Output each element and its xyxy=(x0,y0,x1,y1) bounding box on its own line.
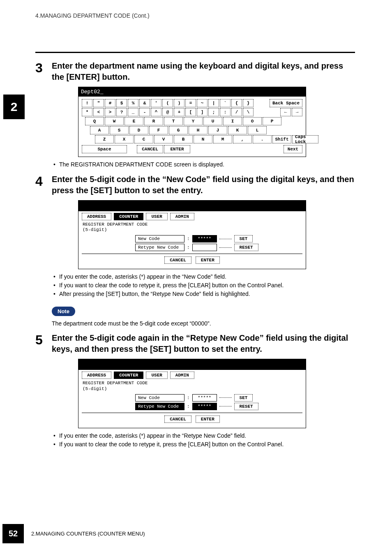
key-j[interactable]: J xyxy=(208,126,227,134)
key-caret[interactable]: ^ xyxy=(151,108,161,116)
key-und[interactable]: _ xyxy=(128,108,138,116)
key-x[interactable]: X xyxy=(115,135,134,143)
cancel-button[interactable]: CANCEL xyxy=(164,416,191,423)
set-button[interactable]: SET xyxy=(234,235,253,242)
key-c[interactable]: C xyxy=(134,135,153,143)
reset-button[interactable]: RESET xyxy=(234,244,258,251)
key-dollar[interactable]: $ xyxy=(116,99,127,107)
key-semi[interactable]: ; xyxy=(208,108,219,116)
key-period[interactable]: . xyxy=(253,135,272,143)
enter-button[interactable]: ENTER xyxy=(196,256,220,264)
key-lt[interactable]: < xyxy=(93,108,104,116)
key-e[interactable]: E xyxy=(125,117,143,125)
key-u[interactable]: U xyxy=(203,117,222,125)
key-amp[interactable]: & xyxy=(139,99,150,107)
key-rbrace[interactable]: } xyxy=(243,99,254,107)
key-lbrack[interactable]: [ xyxy=(185,108,196,116)
tab-address[interactable]: ADDRESS xyxy=(82,372,111,379)
key-tilde[interactable]: ~ xyxy=(197,99,208,107)
counter-screenshot-1: ADDRESS COUNTER USER ADMIN REGISTER DEPA… xyxy=(78,200,306,269)
cancel-key[interactable]: CANCEL xyxy=(137,145,163,153)
tab-address[interactable]: ADDRESS xyxy=(82,213,111,220)
step-number-3: 3 xyxy=(35,60,52,74)
key-d[interactable]: D xyxy=(129,126,148,134)
key-pipe[interactable]: | xyxy=(208,99,219,107)
key-backtick[interactable]: ` xyxy=(220,99,231,107)
cancel-button[interactable]: CANCEL xyxy=(164,256,191,264)
enter-key[interactable]: ENTER xyxy=(164,145,190,153)
key-g[interactable]: G xyxy=(169,126,188,134)
new-code-label: New Code xyxy=(135,235,184,242)
key-i[interactable]: I xyxy=(223,117,242,125)
reset-button[interactable]: RESET xyxy=(234,403,258,410)
key-a[interactable]: A xyxy=(90,126,109,134)
key-lparen[interactable]: ( xyxy=(162,99,173,107)
colon: : xyxy=(187,236,190,241)
colon: : xyxy=(187,395,190,400)
key-star[interactable]: * xyxy=(82,108,92,116)
tab-counter[interactable]: COUNTER xyxy=(114,372,143,379)
key-h[interactable]: H xyxy=(189,126,208,134)
tab-user[interactable]: USER xyxy=(146,372,167,379)
key-rbrack[interactable]: ] xyxy=(197,108,208,116)
retype-code-field-2[interactable]: ***** xyxy=(192,403,217,410)
tab-admin[interactable]: ADMIN xyxy=(170,372,194,379)
key-t[interactable]: T xyxy=(164,117,183,125)
key-colon[interactable]: : xyxy=(220,108,231,116)
key-q[interactable]: Q xyxy=(85,117,104,125)
set-button[interactable]: SET xyxy=(234,394,253,402)
key-p[interactable]: P xyxy=(263,117,281,125)
key-slash[interactable]: / xyxy=(231,108,242,116)
key-qmark[interactable]: ? xyxy=(116,108,127,116)
step5-bullet: If you enter the code, asterisks (*) app… xyxy=(53,432,355,440)
capslock-key[interactable]: Caps Lock xyxy=(292,135,318,143)
key-y[interactable]: Y xyxy=(184,117,203,125)
new-code-label: New Code xyxy=(135,394,184,402)
section-rule xyxy=(35,52,355,53)
key-comma[interactable]: , xyxy=(233,135,252,143)
shift-key[interactable]: Shift xyxy=(272,135,291,143)
key-eq[interactable]: = xyxy=(185,99,196,107)
key-l[interactable]: L xyxy=(248,126,267,134)
keyboard-screenshot: Dept02_ ! " # $ % & ' ( ) = ~ | ` { } Ba… xyxy=(78,87,306,157)
tab-admin[interactable]: ADMIN xyxy=(170,213,194,220)
key-bslash[interactable]: \ xyxy=(243,108,254,116)
arrow-right-key[interactable]: → xyxy=(292,108,302,116)
key-b[interactable]: B xyxy=(174,135,193,143)
key-apos[interactable]: ' xyxy=(151,99,161,107)
key-f[interactable]: F xyxy=(149,126,168,134)
page-number: 52 xyxy=(2,524,24,543)
key-lbrace[interactable]: { xyxy=(231,99,242,107)
key-z[interactable]: Z xyxy=(95,135,114,143)
step-number-5: 5 xyxy=(35,332,52,346)
key-w[interactable]: W xyxy=(105,117,124,125)
key-dquote[interactable]: " xyxy=(93,99,104,107)
key-gt[interactable]: > xyxy=(105,108,115,116)
key-s[interactable]: S xyxy=(110,126,129,134)
key-k[interactable]: K xyxy=(228,126,247,134)
key-r[interactable]: R xyxy=(144,117,163,125)
key-percent[interactable]: % xyxy=(128,99,138,107)
new-code-field-2[interactable]: ***** xyxy=(192,394,217,402)
key-hash[interactable]: # xyxy=(105,99,115,107)
arrow-left-key[interactable]: ← xyxy=(280,108,291,116)
step4-bullet: If you want to clear the code to retype … xyxy=(53,281,355,290)
key-rparen[interactable]: ) xyxy=(174,99,184,107)
key-n[interactable]: N xyxy=(194,135,212,143)
key-v[interactable]: V xyxy=(154,135,173,143)
retype-code-field[interactable] xyxy=(192,244,217,251)
key-minus[interactable]: - xyxy=(139,108,150,116)
key-plus[interactable]: + xyxy=(174,108,184,116)
space-key[interactable]: Space xyxy=(82,145,127,153)
note-body: The department code must be the 5-digit … xyxy=(52,320,355,327)
key-at[interactable]: @ xyxy=(162,108,173,116)
new-code-field[interactable]: ***** xyxy=(192,235,217,242)
enter-button[interactable]: ENTER xyxy=(196,416,220,423)
key-o[interactable]: O xyxy=(243,117,262,125)
key-excl[interactable]: ! xyxy=(82,99,92,107)
key-m[interactable]: M xyxy=(213,135,232,143)
tab-counter[interactable]: COUNTER xyxy=(114,213,143,220)
backspace-key[interactable]: Back Space xyxy=(270,99,302,107)
next-key[interactable]: Next xyxy=(284,145,302,153)
tab-user[interactable]: USER xyxy=(146,213,167,220)
